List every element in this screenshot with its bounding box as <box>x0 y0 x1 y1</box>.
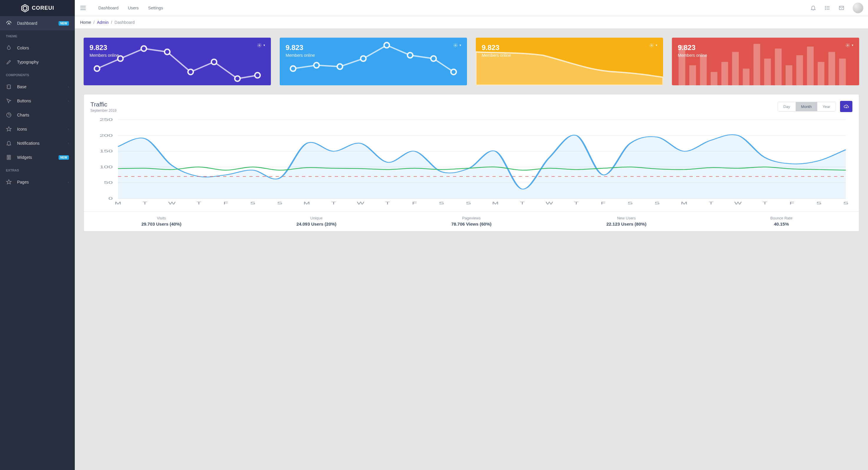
svg-text:150: 150 <box>99 149 113 153</box>
svg-text:50: 50 <box>104 180 113 184</box>
sidebar-item-label: Typography <box>17 60 38 64</box>
header-right <box>810 3 863 13</box>
range-year-button[interactable]: Year <box>817 102 836 111</box>
svg-text:M: M <box>303 201 310 205</box>
stat-card-members-red: ▼ 9.823 Members online <box>672 38 859 85</box>
svg-rect-50 <box>775 48 782 85</box>
svg-text:W: W <box>357 201 365 205</box>
stat-card-members-purple: ▼ 9.823 Members online <box>84 38 271 85</box>
breadcrumb-sep: / <box>111 20 112 25</box>
svg-text:S: S <box>466 201 471 205</box>
svg-text:W: W <box>546 201 553 205</box>
header-nav-users[interactable]: Users <box>128 6 139 10</box>
sidebar-item-widgets[interactable]: Widgets NEW <box>0 150 75 164</box>
stat-new-users: New Users 22.123 Users (80%) <box>549 212 704 231</box>
stat-visits: Visits 29.703 Users (40%) <box>84 212 239 231</box>
stat-title: Bounce Rate <box>706 216 857 220</box>
main: Dashboard Users Settings Home / Admin / … <box>75 0 868 470</box>
sparkarea-chart <box>476 38 663 85</box>
bell-icon <box>6 140 12 146</box>
sidebar-toggle-button[interactable] <box>80 4 87 11</box>
svg-point-24 <box>141 46 146 51</box>
bell-icon[interactable] <box>810 5 816 11</box>
sidebar-item-charts[interactable]: Charts <box>0 108 75 122</box>
stat-card-row: ▼ 9.823 Members online ▼ 9.823 Members o… <box>84 38 859 85</box>
stat-pageviews: Pageviews 78.706 Views (60%) <box>394 212 549 231</box>
header-nav-settings[interactable]: Settings <box>148 6 163 10</box>
mail-icon[interactable] <box>839 5 844 11</box>
sidebar-item-buttons[interactable]: Buttons ‹ <box>0 94 75 108</box>
svg-point-19 <box>825 9 826 10</box>
droplet-icon <box>6 45 12 51</box>
svg-rect-4 <box>8 156 10 157</box>
svg-text:T: T <box>574 201 579 205</box>
traffic-stats-row: Visits 29.703 Users (40%) Unique 24.093 … <box>84 211 859 231</box>
range-month-button[interactable]: Month <box>796 102 817 111</box>
svg-text:T: T <box>331 201 336 205</box>
breadcrumb-admin[interactable]: Admin <box>97 20 108 25</box>
svg-text:M: M <box>115 201 121 205</box>
sidebar-item-dashboard[interactable]: Dashboard NEW <box>0 16 75 30</box>
traffic-chart-svg: 050100150200250MTWTFSSMTWTFSSMTWTFSSMTWT… <box>90 118 852 206</box>
svg-point-17 <box>825 6 826 7</box>
chevron-left-icon: ‹ <box>68 128 69 131</box>
stat-unique: Unique 24.093 Users (20%) <box>239 212 394 231</box>
sidebar-item-typography[interactable]: Typography <box>0 55 75 69</box>
badge-new: NEW <box>59 21 69 26</box>
sidebar-item-base[interactable]: Base ‹ <box>0 80 75 94</box>
svg-text:F: F <box>223 201 228 205</box>
cursor-icon <box>6 98 12 104</box>
svg-text:S: S <box>627 201 633 205</box>
svg-text:T: T <box>385 201 390 205</box>
svg-point-7 <box>9 157 10 158</box>
stat-card-members-blue: ▼ 9.823 Members online <box>280 38 467 85</box>
svg-text:T: T <box>520 201 525 205</box>
chevron-left-icon: ‹ <box>68 85 69 89</box>
download-button[interactable] <box>840 101 852 112</box>
svg-point-37 <box>431 56 436 61</box>
sidebar-item-label: Charts <box>17 113 29 118</box>
svg-text:S: S <box>250 201 255 205</box>
svg-point-32 <box>314 63 319 68</box>
svg-text:S: S <box>816 201 822 205</box>
stat-val: 24.093 Users (20%) <box>241 222 391 227</box>
svg-point-29 <box>255 73 260 78</box>
nav-section-theme: THEME <box>0 30 75 41</box>
svg-rect-55 <box>829 52 835 85</box>
svg-text:T: T <box>763 201 768 205</box>
header-nav-dashboard[interactable]: Dashboard <box>98 6 119 10</box>
nav-section-components: COMPONENTS <box>0 69 75 80</box>
panel-title: Traffic <box>90 101 117 108</box>
brand[interactable]: COREUI <box>0 0 75 16</box>
svg-rect-47 <box>743 69 750 85</box>
svg-marker-1 <box>23 6 27 10</box>
cloud-download-icon <box>843 104 849 109</box>
sidebar-item-colors[interactable]: Colors <box>0 41 75 55</box>
sparkbar-chart <box>672 38 859 85</box>
svg-text:S: S <box>654 201 660 205</box>
svg-text:200: 200 <box>99 134 113 137</box>
svg-rect-46 <box>732 52 739 85</box>
breadcrumb-home[interactable]: Home <box>80 20 91 25</box>
star-icon <box>6 179 12 185</box>
time-range-toggle: Day Month Year <box>778 102 836 111</box>
svg-point-18 <box>825 8 826 8</box>
svg-text:F: F <box>789 201 794 205</box>
svg-point-9 <box>8 159 9 159</box>
sidebar-item-icons[interactable]: Icons ‹ <box>0 122 75 136</box>
stat-title: Pageviews <box>396 216 547 220</box>
svg-point-36 <box>407 53 413 58</box>
avatar[interactable] <box>853 3 863 13</box>
sidebar-item-label: Colors <box>17 45 29 50</box>
svg-point-35 <box>384 43 389 48</box>
svg-point-33 <box>337 64 342 69</box>
svg-text:250: 250 <box>99 118 113 122</box>
sidebar-item-notifications[interactable]: Notifications ‹ <box>0 136 75 150</box>
list-icon[interactable] <box>825 5 830 11</box>
sidebar-item-pages[interactable]: Pages ‹ <box>0 175 75 189</box>
svg-text:S: S <box>439 201 444 205</box>
svg-text:T: T <box>196 201 202 205</box>
range-day-button[interactable]: Day <box>778 102 795 111</box>
breadcrumb-current: Dashboard <box>115 20 135 25</box>
sidebar-item-label: Dashboard <box>17 21 37 26</box>
